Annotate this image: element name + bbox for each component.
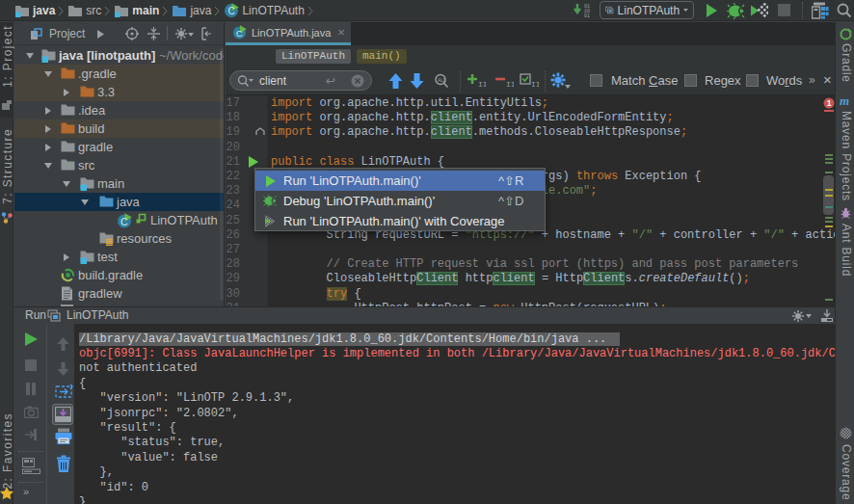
- svg-text:01: 01: [584, 13, 590, 18]
- svg-text:1: 1: [827, 98, 832, 108]
- svg-text:C: C: [120, 216, 128, 227]
- svg-text:II: II: [478, 80, 486, 89]
- svg-text:C: C: [228, 6, 235, 16]
- svg-text:II: II: [506, 80, 514, 89]
- svg-text:C: C: [236, 28, 243, 39]
- svg-text:II: II: [531, 80, 539, 89]
- svg-text:ALL: ALL: [438, 77, 446, 83]
